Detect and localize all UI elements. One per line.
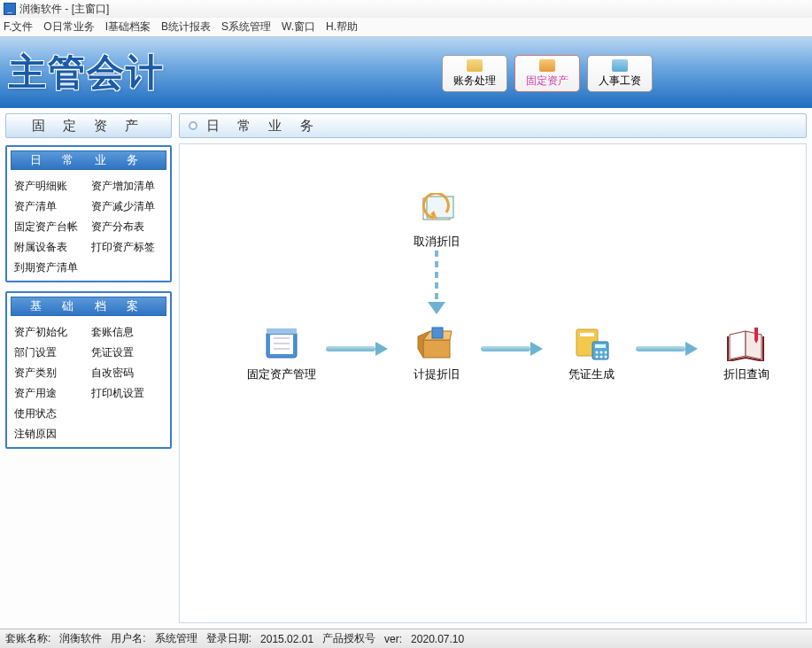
- sidebar-link[interactable]: 资产明细账: [14, 179, 86, 194]
- wf-node-label: 固定资产管理: [242, 366, 321, 382]
- people-icon: [612, 59, 628, 72]
- header-button-accounting[interactable]: 账务处理: [442, 55, 507, 92]
- svg-rect-5: [267, 328, 297, 334]
- doc-calc-icon: [569, 326, 614, 361]
- header-button-fixed-assets[interactable]: 固定资产: [514, 55, 580, 92]
- status-lic-label: 产品授权号: [322, 631, 375, 646]
- arrow-right-icon: [326, 343, 388, 354]
- sidebar-link[interactable]: 到期资产清单: [14, 260, 86, 275]
- wf-node-asset-mgmt[interactable]: 固定资产管理: [242, 326, 321, 382]
- sidebar-link[interactable]: 注销原因: [14, 427, 86, 442]
- menu-reports[interactable]: B统计报表: [161, 19, 211, 35]
- content-title: 日 常 业 务: [179, 113, 807, 138]
- ledger-icon: [467, 59, 483, 72]
- sidebar-link[interactable]: 资产类别: [14, 366, 86, 381]
- app-icon: _: [4, 3, 16, 15]
- svg-rect-16: [595, 344, 606, 348]
- menu-file[interactable]: F.文件: [4, 19, 33, 35]
- arrow-right-icon: [636, 343, 698, 354]
- svg-point-22: [605, 356, 607, 359]
- sidebar-section-header[interactable]: 基 础 档 案: [11, 297, 166, 316]
- statusbar: 套账名称: 润衡软件 用户名: 系统管理 登录日期: 2015.02.01 产品…: [0, 629, 812, 648]
- header-button-label: 人事工资: [599, 73, 641, 89]
- wf-node-cancel-depr[interactable]: 取消折旧: [397, 193, 476, 250]
- sidebar-section-header[interactable]: 日 常 业 务: [11, 150, 166, 170]
- sidebar-link[interactable]: 部门设置: [14, 345, 86, 360]
- sidebar: 固 定 资 产 日 常 业 务 资产明细账 资产增加清单 资产清单 资产减少清单…: [0, 108, 177, 629]
- menu-sysmgmt[interactable]: S系统管理: [221, 19, 271, 35]
- open-book-icon: [724, 326, 769, 361]
- svg-rect-23: [754, 328, 758, 340]
- wf-node-label: 凭证生成: [552, 366, 631, 382]
- status-account-label: 套账名称:: [5, 631, 50, 646]
- sidebar-link[interactable]: 自改密码: [91, 366, 163, 381]
- wf-node-label: 计提折旧: [397, 366, 476, 382]
- status-login-value: 2015.02.01: [260, 633, 313, 645]
- header-buttons: 账务处理 固定资产 人事工资: [442, 55, 653, 92]
- svg-point-19: [605, 351, 607, 354]
- status-ver-label: ver:: [384, 633, 402, 645]
- titlebar: _ 润衡软件 - [主窗口]: [0, 0, 812, 18]
- svg-point-21: [600, 356, 603, 359]
- notebook-icon: [259, 326, 304, 361]
- box-icon: [414, 326, 459, 361]
- status-account-value: 润衡软件: [59, 631, 102, 646]
- svg-rect-4: [270, 335, 293, 354]
- arrow-right-icon: [481, 343, 543, 354]
- status-ver-value: 2020.07.10: [411, 633, 464, 645]
- sidebar-link[interactable]: 附属设备表: [14, 240, 86, 255]
- sidebar-links-daily: 资产明细账 资产增加清单 资产清单 资产减少清单 固定资产台帐 资产分布表 附属…: [7, 174, 170, 275]
- arrow-down-icon: [431, 251, 442, 312]
- wf-node-label: 折旧查询: [707, 366, 786, 382]
- content: 日 常 业 务 取消折旧 固定资产管理: [177, 108, 812, 629]
- status-user-label: 用户名:: [111, 631, 145, 646]
- svg-point-18: [600, 351, 603, 354]
- header-button-label: 账务处理: [453, 73, 496, 89]
- sidebar-link[interactable]: 资产初始化: [14, 325, 86, 340]
- sidebar-link[interactable]: 固定资产台帐: [14, 220, 86, 235]
- sidebar-link[interactable]: 资产增加清单: [91, 179, 163, 194]
- menu-baseinfo[interactable]: I基础档案: [105, 19, 151, 35]
- menu-help[interactable]: H.帮助: [326, 19, 358, 35]
- header-banner: 主管会计 账务处理 固定资产 人事工资: [0, 37, 812, 108]
- sidebar-link[interactable]: 资产减少清单: [91, 199, 163, 214]
- wf-node-label: 取消折旧: [397, 234, 476, 250]
- status-user-value: 系统管理: [155, 631, 197, 646]
- sidebar-link[interactable]: 资产分布表: [91, 220, 163, 235]
- menubar: F.文件 O日常业务 I基础档案 B统计报表 S系统管理 W.窗口 H.帮助: [0, 18, 812, 37]
- menu-daily[interactable]: O日常业务: [43, 19, 94, 35]
- svg-rect-9: [423, 340, 450, 358]
- asset-icon: [539, 59, 555, 72]
- status-login-label: 登录日期:: [206, 631, 251, 646]
- sidebar-module-title: 固 定 资 产: [5, 113, 172, 138]
- svg-rect-12: [432, 328, 443, 338]
- header-button-label: 固定资产: [526, 73, 568, 89]
- workflow-area: 取消折旧 固定资产管理 计提折旧: [179, 143, 807, 623]
- sidebar-link[interactable]: 套账信息: [91, 325, 163, 340]
- content-title-text: 日 常 业 务: [206, 118, 321, 135]
- sidebar-link[interactable]: 打印机设置: [91, 386, 163, 401]
- bullet-icon: [189, 121, 197, 130]
- sidebar-section-base: 基 础 档 案 资产初始化 套账信息 部门设置 凭证设置 资产类别 自改密码 资…: [5, 291, 172, 449]
- sidebar-links-base: 资产初始化 套账信息 部门设置 凭证设置 资产类别 自改密码 资产用途 打印机设…: [7, 320, 170, 442]
- main: 固 定 资 产 日 常 业 务 资产明细账 资产增加清单 资产清单 资产减少清单…: [0, 108, 812, 629]
- wf-node-voucher-gen[interactable]: 凭证生成: [552, 326, 631, 382]
- sidebar-link[interactable]: 凭证设置: [91, 345, 163, 360]
- sidebar-link[interactable]: 资产清单: [14, 199, 86, 214]
- svg-point-17: [596, 351, 599, 354]
- wf-node-depr-query[interactable]: 折旧查询: [707, 326, 786, 382]
- menu-window[interactable]: W.窗口: [282, 19, 315, 35]
- window-title: 润衡软件 - [主窗口]: [19, 2, 109, 17]
- header-title: 主管会计: [9, 48, 165, 97]
- wf-node-accrue-depr[interactable]: 计提折旧: [397, 326, 476, 382]
- header-button-hr-payroll[interactable]: 人事工资: [587, 55, 653, 92]
- sidebar-link[interactable]: 打印资产标签: [91, 240, 163, 255]
- sidebar-section-daily: 日 常 业 务 资产明细账 资产增加清单 资产清单 资产减少清单 固定资产台帐 …: [5, 145, 172, 282]
- sidebar-link[interactable]: 使用状态: [14, 406, 86, 421]
- sidebar-link[interactable]: 资产用途: [14, 386, 86, 401]
- undo-icon: [414, 193, 459, 228]
- svg-point-20: [596, 356, 599, 359]
- svg-rect-14: [580, 333, 594, 336]
